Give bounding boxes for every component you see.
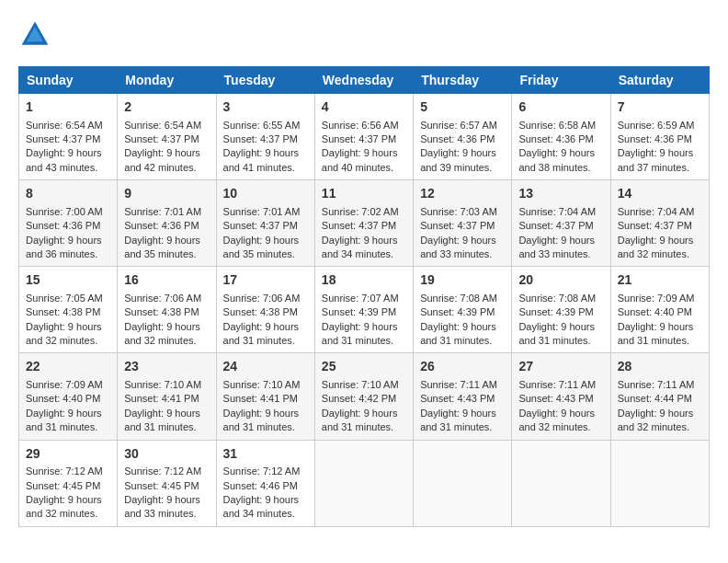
sunset-text: Sunset: 4:42 PM — [322, 393, 396, 404]
sunrise-text: Sunrise: 7:02 AM — [322, 206, 399, 217]
day-number: 3 — [223, 98, 308, 117]
calendar-cell: 20Sunrise: 7:08 AMSunset: 4:39 PMDayligh… — [512, 267, 610, 353]
calendar-cell: 3Sunrise: 6:55 AMSunset: 4:37 PMDaylight… — [216, 94, 314, 180]
sunset-text: Sunset: 4:43 PM — [518, 393, 593, 404]
day-number: 20 — [518, 271, 603, 290]
day-number: 31 — [223, 445, 308, 464]
sunset-text: Sunset: 4:40 PM — [618, 306, 692, 317]
sunset-text: Sunset: 4:44 PM — [618, 393, 692, 404]
calendar-header: SundayMondayTuesdayWednesdayThursdayFrid… — [19, 67, 710, 94]
sunset-text: Sunset: 4:41 PM — [124, 393, 199, 404]
calendar-cell: 11Sunrise: 7:02 AMSunset: 4:37 PMDayligh… — [314, 180, 413, 267]
day-number: 2 — [124, 98, 209, 117]
calendar-cell: 21Sunrise: 7:09 AMSunset: 4:40 PMDayligh… — [610, 267, 709, 353]
calendar-cell: 4Sunrise: 6:56 AMSunset: 4:37 PMDaylight… — [314, 94, 413, 180]
sunset-text: Sunset: 4:46 PM — [223, 480, 298, 491]
day-header-saturday: Saturday — [610, 67, 709, 94]
daylight-text: Daylight: 9 hours and 31 minutes. — [223, 408, 300, 432]
calendar-cell: 13Sunrise: 7:04 AMSunset: 4:37 PMDayligh… — [512, 180, 610, 267]
day-header-thursday: Thursday — [414, 67, 512, 94]
day-number: 26 — [420, 358, 505, 376]
calendar-cell: 5Sunrise: 6:57 AMSunset: 4:36 PMDaylight… — [414, 94, 512, 180]
daylight-text: Daylight: 9 hours and 37 minutes. — [618, 147, 694, 172]
daylight-text: Daylight: 9 hours and 31 minutes. — [420, 408, 496, 432]
sunset-text: Sunset: 4:37 PM — [618, 220, 692, 231]
sunset-text: Sunset: 4:37 PM — [223, 220, 298, 231]
calendar-cell: 22Sunrise: 7:09 AMSunset: 4:40 PMDayligh… — [19, 353, 118, 440]
daylight-text: Daylight: 9 hours and 32 minutes. — [124, 321, 200, 346]
daylight-text: Daylight: 9 hours and 35 minutes. — [124, 235, 200, 259]
sunset-text: Sunset: 4:45 PM — [26, 480, 100, 491]
daylight-text: Daylight: 9 hours and 41 minutes. — [223, 147, 300, 172]
day-number: 1 — [26, 98, 110, 117]
day-number: 5 — [420, 98, 505, 117]
day-header-tuesday: Tuesday — [216, 67, 314, 94]
day-header-sunday: Sunday — [19, 67, 118, 94]
calendar-cell: 23Sunrise: 7:10 AMSunset: 4:41 PMDayligh… — [118, 353, 216, 440]
sunrise-text: Sunrise: 7:09 AM — [26, 379, 103, 390]
sunrise-text: Sunrise: 7:12 AM — [223, 465, 301, 477]
calendar-cell: 25Sunrise: 7:10 AMSunset: 4:42 PMDayligh… — [314, 353, 413, 440]
daylight-text: Daylight: 9 hours and 32 minutes. — [26, 321, 102, 346]
sunset-text: Sunset: 4:37 PM — [420, 220, 495, 231]
day-number: 21 — [618, 271, 702, 290]
sunset-text: Sunset: 4:45 PM — [124, 480, 199, 491]
sunset-text: Sunset: 4:40 PM — [26, 393, 100, 404]
daylight-text: Daylight: 9 hours and 38 minutes. — [518, 147, 595, 172]
calendar-cell: 29Sunrise: 7:12 AMSunset: 4:45 PMDayligh… — [19, 440, 118, 526]
sunset-text: Sunset: 4:36 PM — [618, 133, 692, 144]
sunrise-text: Sunrise: 7:04 AM — [518, 206, 596, 217]
daylight-text: Daylight: 9 hours and 36 minutes. — [26, 235, 102, 259]
sunset-text: Sunset: 4:37 PM — [322, 133, 396, 144]
day-number: 28 — [618, 358, 702, 376]
daylight-text: Daylight: 9 hours and 39 minutes. — [420, 147, 496, 172]
sunrise-text: Sunrise: 7:08 AM — [420, 293, 497, 304]
sunset-text: Sunset: 4:36 PM — [124, 220, 199, 231]
sunset-text: Sunset: 4:39 PM — [518, 306, 593, 317]
calendar-cell: 8Sunrise: 7:00 AMSunset: 4:36 PMDaylight… — [19, 180, 118, 267]
calendar-body: 1Sunrise: 6:54 AMSunset: 4:37 PMDaylight… — [19, 94, 710, 527]
daylight-text: Daylight: 9 hours and 32 minutes. — [618, 408, 694, 432]
sunrise-text: Sunrise: 6:54 AM — [124, 120, 201, 131]
day-number: 29 — [26, 445, 110, 464]
sunrise-text: Sunrise: 7:07 AM — [322, 293, 399, 304]
sunrise-text: Sunrise: 7:10 AM — [223, 379, 301, 390]
calendar-cell: 19Sunrise: 7:08 AMSunset: 4:39 PMDayligh… — [414, 267, 512, 353]
calendar-cell: 28Sunrise: 7:11 AMSunset: 4:44 PMDayligh… — [610, 353, 709, 440]
sunset-text: Sunset: 4:38 PM — [124, 306, 199, 317]
daylight-text: Daylight: 9 hours and 42 minutes. — [124, 147, 200, 172]
sunset-text: Sunset: 4:37 PM — [518, 220, 593, 231]
day-number: 25 — [322, 358, 406, 376]
calendar-cell: 9Sunrise: 7:01 AMSunset: 4:36 PMDaylight… — [118, 180, 216, 267]
day-number: 12 — [420, 185, 505, 203]
calendar-cell: 10Sunrise: 7:01 AMSunset: 4:37 PMDayligh… — [216, 180, 314, 267]
sunrise-text: Sunrise: 7:11 AM — [518, 379, 596, 390]
sunrise-text: Sunrise: 6:59 AM — [618, 120, 695, 131]
calendar-cell: 2Sunrise: 6:54 AMSunset: 4:37 PMDaylight… — [118, 94, 216, 180]
day-number: 27 — [518, 358, 603, 376]
day-number: 13 — [518, 185, 603, 203]
daylight-text: Daylight: 9 hours and 31 minutes. — [124, 408, 200, 432]
logo — [18, 18, 57, 52]
calendar-cell: 16Sunrise: 7:06 AMSunset: 4:38 PMDayligh… — [118, 267, 216, 353]
sunrise-text: Sunrise: 6:54 AM — [26, 120, 103, 131]
day-number: 7 — [618, 98, 702, 117]
sunset-text: Sunset: 4:36 PM — [26, 220, 100, 231]
sunrise-text: Sunrise: 6:56 AM — [322, 120, 399, 131]
calendar-cell: 31Sunrise: 7:12 AMSunset: 4:46 PMDayligh… — [216, 440, 314, 526]
daylight-text: Daylight: 9 hours and 35 minutes. — [223, 235, 300, 259]
sunrise-text: Sunrise: 6:58 AM — [518, 120, 596, 131]
day-number: 23 — [124, 358, 209, 376]
sunrise-text: Sunrise: 7:00 AM — [26, 206, 103, 217]
sunset-text: Sunset: 4:36 PM — [420, 133, 495, 144]
sunrise-text: Sunrise: 7:10 AM — [322, 379, 399, 390]
logo-icon — [18, 18, 51, 52]
sunset-text: Sunset: 4:39 PM — [420, 306, 495, 317]
calendar-week-2: 8Sunrise: 7:00 AMSunset: 4:36 PMDaylight… — [19, 180, 710, 267]
day-header-monday: Monday — [118, 67, 216, 94]
sunset-text: Sunset: 4:37 PM — [26, 133, 100, 144]
sunset-text: Sunset: 4:41 PM — [223, 393, 298, 404]
sunrise-text: Sunrise: 7:06 AM — [223, 293, 301, 304]
calendar-cell: 12Sunrise: 7:03 AMSunset: 4:37 PMDayligh… — [414, 180, 512, 267]
sunrise-text: Sunrise: 7:06 AM — [124, 293, 201, 304]
